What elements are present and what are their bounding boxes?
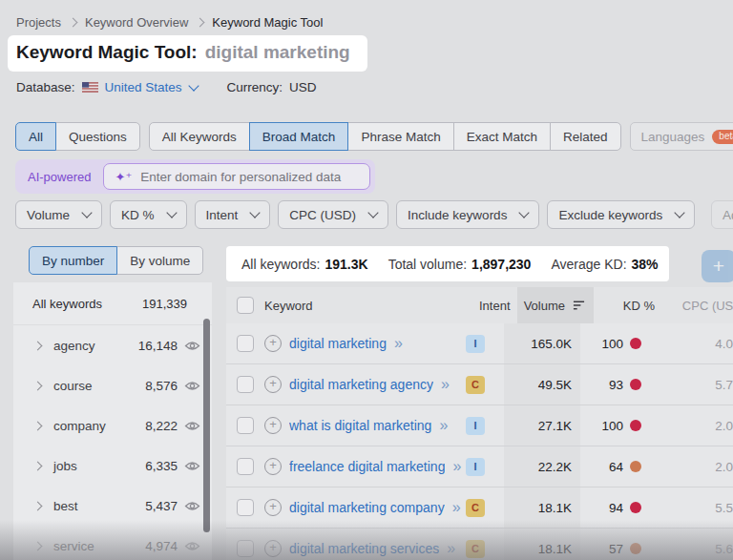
tab-phrase-match[interactable]: Phrase Match — [347, 122, 453, 151]
eye-icon[interactable] — [184, 421, 200, 431]
keyword-group-list: agency 16,148 course 8,576 company 8,222… — [13, 325, 212, 560]
chevron-down-icon — [81, 207, 92, 218]
column-keyword[interactable]: Keyword — [262, 299, 475, 313]
filter-label: Ad — [723, 208, 733, 222]
open-keyword-icon[interactable]: » — [441, 377, 450, 392]
table-row[interactable]: + digital marketing agency » C 49.5K 93 … — [226, 364, 733, 405]
eye-icon[interactable] — [184, 341, 200, 351]
column-volume-label: Volume — [524, 299, 565, 313]
filter-dropdown[interactable]: KD % — [110, 200, 187, 229]
breadcrumb-keyword-magic-tool: Keyword Magic Tool — [212, 15, 323, 30]
toggle-by-volume[interactable]: By volume — [116, 246, 203, 275]
chevron-right-icon — [33, 501, 43, 510]
open-keyword-icon[interactable]: » — [439, 418, 448, 433]
row-checkbox[interactable] — [237, 540, 254, 557]
keyword-link[interactable]: what is digital marketing — [289, 418, 431, 433]
group-label: service — [53, 539, 145, 553]
table-row[interactable]: + what is digital marketing » I 27.1K 10… — [226, 405, 733, 446]
all-keywords-row[interactable]: All keywords 191,339 — [13, 282, 212, 325]
languages-dropdown[interactable]: Languages beta — [630, 122, 733, 151]
table-row[interactable]: + digital marketing » I 165.0K 100 4.0 — [226, 323, 733, 364]
add-keyword-icon[interactable]: + — [264, 540, 282, 557]
tab-broad-match[interactable]: Broad Match — [249, 122, 349, 151]
open-keyword-icon[interactable]: » — [452, 459, 461, 474]
eye-icon[interactable] — [184, 541, 200, 551]
column-kd[interactable]: KD % — [594, 299, 657, 313]
eye-icon[interactable] — [184, 381, 200, 391]
filter-dropdown[interactable]: CPC (USD) — [278, 200, 388, 229]
keyword-link[interactable]: digital marketing agency — [289, 377, 433, 392]
intent-badge: I — [466, 335, 485, 353]
filter-dropdown[interactable]: Exclude keywords — [547, 200, 695, 229]
keyword-group-item[interactable]: service 4,974 — [13, 526, 212, 560]
chevron-down-icon — [519, 207, 530, 218]
cpc-value: 4.0 — [643, 337, 733, 351]
eye-icon[interactable] — [184, 501, 200, 511]
group-count: 8,222 — [145, 419, 178, 433]
filter-label: Intent — [206, 208, 239, 222]
select-all-checkbox[interactable] — [237, 297, 254, 314]
column-cpc[interactable]: CPC (USD) — [657, 299, 733, 313]
row-checkbox[interactable] — [237, 335, 254, 352]
column-volume[interactable]: Volume — [517, 287, 594, 323]
keyword-link[interactable]: digital marketing company — [289, 500, 445, 515]
add-keyword-icon[interactable]: + — [264, 499, 282, 516]
toggle-by-number[interactable]: By number — [29, 246, 117, 275]
tab-exact-match[interactable]: Exact Match — [453, 122, 551, 151]
keyword-group-item[interactable]: course 8,576 — [13, 365, 212, 405]
keyword-link[interactable]: freelance digital marketing — [289, 459, 445, 474]
domain-input[interactable]: ✦⁺ Enter domain for personalized data — [103, 163, 370, 190]
kd-dot — [630, 502, 641, 513]
filter-label: Exclude keywords — [558, 208, 662, 222]
ai-powered-badge: AI-powered — [19, 170, 99, 184]
tab-questions[interactable]: Questions — [55, 122, 140, 151]
row-checkbox[interactable] — [237, 417, 254, 434]
volume-value: 49.5K — [504, 364, 580, 404]
filter-dropdown-overflow[interactable]: Ad — [711, 200, 733, 229]
domain-input-placeholder: Enter domain for personalized data — [140, 170, 341, 184]
intent-badge: C — [466, 376, 485, 394]
row-checkbox[interactable] — [237, 376, 254, 393]
filter-dropdown[interactable]: Volume — [15, 200, 102, 229]
filter-dropdown[interactable]: Intent — [195, 200, 271, 229]
keyword-group-item[interactable]: jobs 6,335 — [13, 446, 212, 486]
row-checkbox[interactable] — [237, 499, 254, 516]
group-count: 8,576 — [145, 379, 178, 393]
database-selector[interactable]: United States — [105, 80, 198, 94]
chevron-down-icon — [250, 207, 261, 218]
add-keyword-icon[interactable]: + — [264, 335, 282, 352]
keyword-type-tabs: All Questions — [15, 122, 140, 151]
breadcrumb-keyword-overview[interactable]: Keyword Overview — [85, 15, 188, 30]
table-row[interactable]: + freelance digital marketing » I 22.2K … — [226, 446, 733, 487]
table-row[interactable]: + digital marketing services » C 18.1K 5… — [226, 529, 733, 560]
group-label: jobs — [53, 459, 145, 473]
chevron-right-icon — [33, 461, 43, 470]
open-keyword-icon[interactable]: » — [452, 500, 461, 515]
breadcrumb-projects[interactable]: Projects — [16, 15, 61, 30]
keyword-group-item[interactable]: agency 16,148 — [13, 325, 212, 365]
open-keyword-icon[interactable]: » — [447, 541, 455, 556]
tab-related[interactable]: Related — [550, 122, 621, 151]
add-to-list-button[interactable]: + — [702, 250, 733, 282]
keyword-link[interactable]: digital marketing services — [289, 541, 439, 556]
tab-all[interactable]: All — [15, 122, 56, 151]
us-flag-icon — [82, 82, 98, 93]
chevron-right-icon — [196, 18, 205, 28]
open-keyword-icon[interactable]: » — [394, 336, 403, 351]
tab-all-keywords[interactable]: All Keywords — [149, 122, 250, 151]
filter-label: Volume — [27, 208, 70, 222]
sidebar-scrollbar[interactable] — [203, 319, 210, 532]
table-row[interactable]: + digital marketing company » C 18.1K 94… — [226, 487, 733, 529]
chevron-right-icon — [33, 541, 43, 550]
row-checkbox[interactable] — [237, 458, 254, 475]
keyword-group-item[interactable]: best 5,437 — [13, 486, 212, 526]
eye-icon[interactable] — [184, 461, 200, 471]
column-intent[interactable]: Intent — [475, 299, 517, 313]
add-keyword-icon[interactable]: + — [264, 376, 282, 393]
keyword-group-item[interactable]: company 8,222 — [13, 405, 212, 446]
keyword-link[interactable]: digital marketing — [289, 336, 387, 351]
filter-dropdown[interactable]: Include keywords — [396, 200, 539, 229]
add-keyword-icon[interactable]: + — [264, 458, 282, 475]
add-keyword-icon[interactable]: + — [264, 417, 282, 434]
keyword-magic-tool-page: Projects Keyword Overview Keyword Magic … — [0, 0, 733, 560]
